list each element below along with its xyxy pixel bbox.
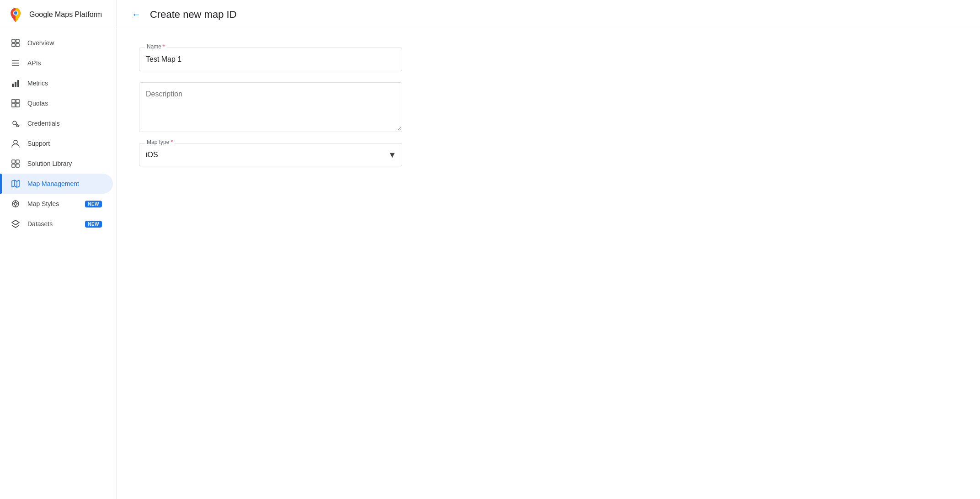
datasets-label: Datasets [27,220,81,228]
map-type-field-wrapper: Map type * JavaScript Android iOS ▼ [139,143,402,166]
description-input[interactable] [139,83,402,130]
map-styles-badge: NEW [85,201,102,207]
sidebar-header: Google Maps Platform [0,0,117,29]
metrics-icon [11,79,20,88]
datasets-icon [11,219,20,228]
sidebar-item-overview[interactable]: Overview [0,33,113,53]
svg-rect-19 [16,160,19,163]
form-area: Name * Map type * JavaScript Android iOS [117,29,980,499]
svg-rect-10 [17,80,19,87]
description-field-wrapper [139,82,402,132]
support-label: Support [27,140,102,147]
overview-label: Overview [27,39,102,47]
sidebar-item-map-styles[interactable]: Map Styles NEW [0,194,113,214]
sidebar-item-map-management[interactable]: Map Management [0,174,113,194]
svg-point-26 [14,202,17,205]
main-header: ← Create new map ID [117,0,980,29]
svg-rect-20 [12,164,15,167]
apis-icon [11,58,20,68]
sidebar: Google Maps Platform Overview [0,0,117,499]
overview-icon [11,38,20,48]
support-icon [11,139,20,148]
solution-library-icon [11,159,20,168]
svg-rect-12 [16,100,19,103]
svg-rect-9 [15,82,16,87]
metrics-label: Metrics [27,80,102,87]
description-field-group [139,82,402,132]
credentials-label: Credentials [27,120,102,127]
google-maps-logo-icon [7,6,24,23]
sidebar-item-datasets[interactable]: Datasets NEW [0,214,113,234]
map-management-icon [11,179,20,188]
sidebar-item-metrics[interactable]: Metrics [0,73,113,93]
map-type-select[interactable]: JavaScript Android iOS [139,143,402,166]
sidebar-item-quotas[interactable]: Quotas [0,93,113,113]
map-management-label: Map Management [27,180,102,187]
datasets-badge: NEW [85,221,102,228]
quotas-icon [11,99,20,108]
svg-rect-4 [16,43,19,47]
svg-rect-3 [12,43,15,47]
name-input[interactable] [139,48,402,71]
back-button[interactable]: ← [128,6,144,23]
name-field-group: Name * [139,48,402,71]
map-styles-icon [11,199,20,208]
svg-marker-22 [12,180,19,187]
svg-rect-8 [12,84,14,87]
svg-rect-14 [16,104,19,107]
sidebar-item-support[interactable]: Support [0,133,113,154]
svg-marker-31 [12,220,19,225]
svg-point-16 [13,121,16,125]
name-field-wrapper: Name * [139,48,402,71]
apis-label: APIs [27,59,102,67]
sidebar-nav: Overview APIs Metrics [0,29,117,499]
svg-rect-13 [12,104,15,107]
main-content: ← Create new map ID Name * Map type * [117,0,980,499]
sidebar-item-solution-library[interactable]: Solution Library [0,154,113,174]
svg-rect-1 [12,39,15,42]
svg-rect-11 [12,100,15,103]
svg-point-17 [14,140,17,144]
sidebar-item-credentials[interactable]: Credentials [0,113,113,133]
map-type-field-group: Map type * JavaScript Android iOS ▼ [139,143,402,166]
quotas-label: Quotas [27,100,102,107]
page-title: Create new map ID [150,9,237,21]
svg-rect-2 [16,39,19,42]
sidebar-item-apis[interactable]: APIs [0,53,113,73]
back-arrow-icon: ← [132,9,141,20]
sidebar-title: Google Maps Platform [29,10,102,19]
map-styles-label: Map Styles [27,200,81,207]
credentials-icon [11,119,20,128]
svg-rect-21 [16,164,19,167]
svg-rect-18 [12,160,15,163]
solution-library-label: Solution Library [27,160,102,167]
